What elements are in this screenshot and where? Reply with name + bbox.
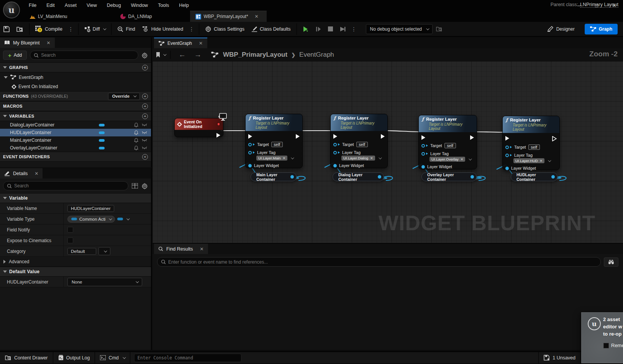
target-self-field[interactable]: self [356, 142, 368, 147]
menu-window[interactable]: Window [126, 0, 153, 11]
exec-out-pin[interactable] [381, 134, 385, 139]
bookmark-icon[interactable] [156, 52, 161, 58]
layer-widget-pin-icon[interactable] [333, 164, 337, 167]
find-in-blueprints-button[interactable] [604, 257, 618, 267]
getter-out-pin-icon[interactable] [471, 175, 474, 179]
eye-closed-icon[interactable] [142, 131, 147, 134]
panel-settings-gear-icon[interactable] [141, 52, 148, 59]
menu-edit[interactable]: Edit [41, 0, 60, 11]
variable-row-main[interactable]: MainLayerContainer [0, 136, 151, 144]
layer-widget-pin-icon[interactable] [421, 165, 425, 169]
asset-tab-data[interactable]: DA_LNMap [115, 11, 157, 22]
nav-forward-icon[interactable]: → [191, 51, 205, 59]
breadcrumb-leaf[interactable]: EventGraph [299, 51, 334, 59]
register-layer-node-dialog[interactable]: ƒRegister Layer Target is LNPrimary Layo… [330, 114, 388, 168]
tag-remove-icon[interactable]: ✕ [370, 156, 373, 160]
menu-help[interactable]: Help [174, 0, 194, 11]
tag-chevron-icon[interactable] [548, 159, 551, 162]
eventgraph-item[interactable]: EventGraph [0, 72, 151, 82]
details-tab[interactable]: Details ✕ [0, 168, 43, 179]
find-results-close-icon[interactable]: ✕ [200, 246, 203, 252]
add-variable-icon[interactable]: + [142, 113, 148, 119]
variable-row-dialog[interactable]: DialogLayerContainer [0, 121, 151, 129]
variable-type-dropdown[interactable]: Common Acti [67, 216, 115, 223]
debug-object-dropdown[interactable]: No debug object selected [366, 24, 433, 34]
details-settings-gear-icon[interactable] [141, 183, 148, 189]
my-blueprint-close-icon[interactable]: ✕ [46, 40, 50, 46]
category-input[interactable]: Default [67, 248, 96, 255]
layer-tag-chip[interactable]: UI.Layer.Overlay✕ [430, 157, 465, 162]
layer-tag-pin-icon[interactable] [421, 152, 425, 156]
tag-remove-icon[interactable]: ✕ [461, 157, 464, 161]
eye-closed-icon[interactable] [142, 146, 147, 149]
container-type-pill-icon[interactable] [117, 218, 123, 220]
breadcrumb-root[interactable]: WBP_PrimaryLayout [223, 51, 287, 59]
add-dispatcher-icon[interactable]: + [142, 154, 148, 160]
getter-hud-layer-container[interactable]: HUDLayer Container [511, 172, 557, 181]
variable-type-pill[interactable] [99, 124, 105, 126]
find-results-tab[interactable]: Find Results ✕ [154, 244, 208, 254]
target-self-field[interactable]: self [528, 144, 540, 150]
debug-browse-button[interactable] [433, 23, 446, 35]
add-function-icon[interactable]: + [142, 93, 148, 99]
asset-tab-close-icon[interactable]: ✕ [255, 14, 259, 19]
event-on-initialized-node[interactable]: Event On Initialized [174, 118, 223, 137]
eventgraph-doc-close-icon[interactable]: ✕ [199, 41, 203, 46]
menu-file[interactable]: File [24, 0, 41, 11]
variables-section-header[interactable]: VARIABLES + [0, 111, 151, 121]
find-references-search[interactable] [157, 257, 601, 267]
unsaved-assets-button[interactable]: 1 Unsaved [538, 352, 581, 364]
find-options-kebab-icon[interactable]: ⋮ [187, 26, 197, 32]
display-filter-grid-icon[interactable] [132, 183, 138, 189]
output-log-button[interactable]: Output Log [53, 352, 95, 364]
my-blueprint-search[interactable] [30, 51, 138, 60]
expose-cinematics-checkbox[interactable] [67, 238, 73, 243]
variable-section-header[interactable]: Variable [0, 193, 151, 203]
tag-remove-icon[interactable]: ✕ [283, 156, 286, 160]
bell-icon[interactable] [134, 130, 138, 135]
exec-out-pin[interactable] [296, 134, 300, 139]
hide-unrelated-button[interactable]: Hide Unrelated [139, 23, 187, 35]
category-dropdown[interactable] [98, 247, 110, 255]
event-dispatchers-section-header[interactable]: EVENT DISPATCHERS + [0, 152, 151, 162]
getter-overlay-layer-container[interactable]: Overlay Layer Container [421, 172, 477, 181]
nav-back-icon[interactable]: ← [175, 51, 189, 59]
register-layer-node-hud[interactable]: ƒRegister Layer Target is LNPrimary Layo… [502, 116, 560, 170]
cmd-dropdown[interactable]: Cmd [95, 352, 130, 364]
bell-icon[interactable] [134, 146, 138, 150]
tag-remove-icon[interactable]: ✕ [540, 159, 543, 163]
exec-in-pin[interactable] [333, 134, 337, 139]
layer-tag-chip[interactable]: UI.Layer.Main✕ [256, 156, 287, 161]
getter-main-layer-container[interactable]: Main Layer Container [251, 172, 297, 181]
details-close-icon[interactable]: ✕ [34, 171, 38, 176]
asset-tab-widget-active[interactable]: WBP_PrimaryLayout* ✕ [190, 11, 267, 22]
content-drawer-button[interactable]: Content Drawer [0, 352, 53, 364]
layer-widget-pin-icon[interactable] [248, 164, 252, 167]
menu-view[interactable]: View [82, 0, 102, 11]
bookmark-chevron-icon[interactable] [163, 52, 166, 56]
variable-type-pill[interactable] [99, 131, 105, 134]
play-options-kebab-icon[interactable]: ⋮ [349, 26, 359, 32]
class-defaults-button[interactable]: Class Defaults [248, 23, 294, 35]
find-button[interactable]: Find [114, 23, 138, 35]
menu-debug[interactable]: Debug [102, 0, 126, 11]
diff-button[interactable]: Diff [81, 23, 109, 35]
target-pin-icon[interactable] [248, 143, 252, 146]
target-pin-icon[interactable] [505, 146, 509, 149]
exec-out-pin-unconnected[interactable] [552, 136, 557, 141]
layer-tag-pin-icon[interactable] [333, 151, 337, 154]
bell-icon[interactable] [134, 138, 138, 143]
graph-canvas[interactable]: Event On Initialized ƒRegister Layer Tar… [152, 61, 623, 243]
graphs-section-header[interactable]: GRAPHS + [0, 62, 151, 72]
my-blueprint-tab[interactable]: My Blueprint ✕ [0, 38, 55, 48]
tag-chevron-icon[interactable] [379, 156, 382, 159]
exec-in-pin[interactable] [248, 134, 252, 139]
class-settings-button[interactable]: Class Settings [202, 23, 248, 35]
exec-out-pin[interactable] [470, 135, 474, 140]
event-on-initialized-item[interactable]: Event On Initialized [0, 82, 151, 91]
getter-out-pin-icon[interactable] [378, 175, 381, 179]
graph-button[interactable]: Graph [585, 24, 618, 34]
tag-chevron-icon[interactable] [469, 157, 472, 160]
menu-tools[interactable]: Tools [153, 0, 174, 11]
exec-out-pin[interactable] [216, 133, 220, 138]
